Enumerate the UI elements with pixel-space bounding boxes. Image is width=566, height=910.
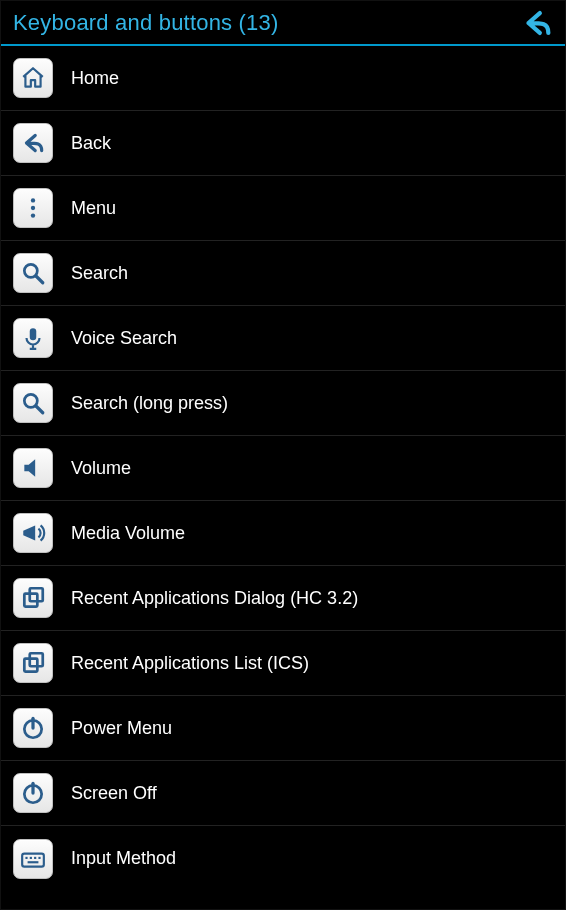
list-item[interactable]: Menu [1, 176, 565, 241]
svg-rect-19 [34, 856, 36, 858]
list-item-label: Power Menu [71, 718, 172, 739]
list-item-label: Voice Search [71, 328, 177, 349]
list-item[interactable]: Media Volume [1, 501, 565, 566]
power-icon [13, 773, 53, 813]
svg-point-1 [31, 206, 35, 210]
list-item-label: Home [71, 68, 119, 89]
svg-rect-16 [22, 853, 44, 866]
list-item[interactable]: Search [1, 241, 565, 306]
svg-point-2 [31, 213, 35, 217]
list-item[interactable]: Back [1, 111, 565, 176]
power-icon [13, 708, 53, 748]
svg-rect-21 [28, 861, 39, 863]
speaker-icon [13, 448, 53, 488]
megaphone-icon [13, 513, 53, 553]
list-item[interactable]: Screen Off [1, 761, 565, 826]
list-item-label: Menu [71, 198, 116, 219]
list-item[interactable]: Voice Search [1, 306, 565, 371]
list-item-label: Recent Applications Dialog (HC 3.2) [71, 588, 358, 609]
header-back-button[interactable] [517, 3, 557, 43]
app-screen: Keyboard and buttons (13) HomeBackMenuSe… [0, 0, 566, 910]
list-item[interactable]: Input Method [1, 826, 565, 891]
svg-line-7 [36, 406, 43, 413]
svg-rect-18 [30, 856, 32, 858]
home-icon [13, 58, 53, 98]
list-item[interactable]: Power Menu [1, 696, 565, 761]
list-item-label: Search (long press) [71, 393, 228, 414]
svg-rect-20 [38, 856, 40, 858]
list-item[interactable]: Home [1, 46, 565, 111]
svg-point-0 [31, 198, 35, 202]
list-item[interactable]: Recent Applications Dialog (HC 3.2) [1, 566, 565, 631]
list-item[interactable]: Volume [1, 436, 565, 501]
settings-list: HomeBackMenuSearchVoice SearchSearch (lo… [1, 46, 565, 891]
svg-rect-5 [30, 328, 37, 340]
list-item-label: Volume [71, 458, 131, 479]
recent-apps-icon [13, 578, 53, 618]
list-item-label: Back [71, 133, 111, 154]
list-item-label: Recent Applications List (ICS) [71, 653, 309, 674]
search-icon [13, 253, 53, 293]
menu-dots-icon [13, 188, 53, 228]
recent-apps-icon [13, 643, 53, 683]
svg-rect-17 [25, 856, 27, 858]
back-arrow-icon [13, 123, 53, 163]
header-bar: Keyboard and buttons (13) [1, 1, 565, 46]
microphone-icon [13, 318, 53, 358]
keyboard-icon [13, 839, 53, 879]
list-item-label: Search [71, 263, 128, 284]
list-item-label: Input Method [71, 848, 176, 869]
list-item[interactable]: Search (long press) [1, 371, 565, 436]
svg-line-4 [36, 276, 43, 283]
search-icon [13, 383, 53, 423]
list-item-label: Screen Off [71, 783, 157, 804]
back-arrow-icon [520, 6, 554, 40]
list-item-label: Media Volume [71, 523, 185, 544]
list-item[interactable]: Recent Applications List (ICS) [1, 631, 565, 696]
page-title: Keyboard and buttons (13) [13, 10, 517, 36]
